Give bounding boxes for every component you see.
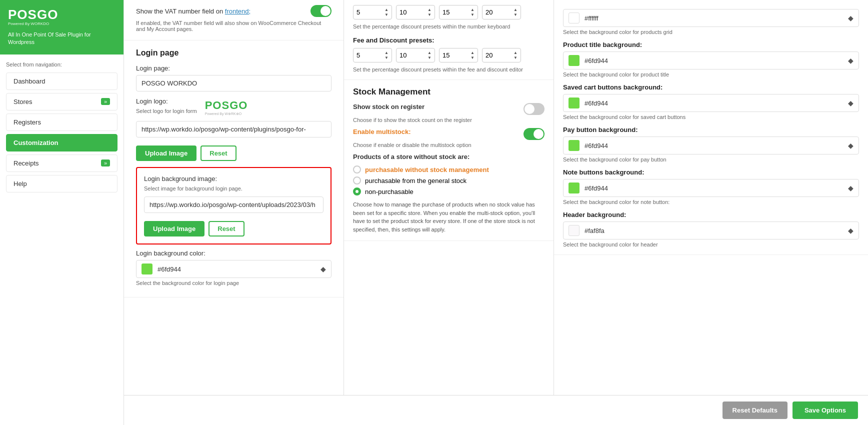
spin-down-4[interactable]: ▼ — [514, 12, 518, 18]
spin-btns-3: ▲ ▼ — [470, 8, 474, 17]
show-stock-row: Show stock on register — [353, 103, 544, 115]
fee-input-4[interactable]: 20 ▲ ▼ — [482, 48, 521, 62]
sidebar-nav: Select from navigation: Dashboard Stores… — [0, 54, 124, 202]
fee-sublabel: Set the percentage discount presets with… — [353, 66, 544, 72]
note-btn-bg-row[interactable]: #6fd944 ◆ — [563, 179, 859, 197]
note-btn-value: #6fd944 — [584, 184, 848, 192]
preset-input-3[interactable]: 15 ▲ ▼ — [439, 5, 478, 20]
arrow-icon: » — [101, 98, 110, 105]
sidebar-item-registers[interactable]: Registers — [6, 114, 118, 131]
product-title-bg-row[interactable]: #6fd944 ◆ — [563, 52, 859, 70]
save-options-button[interactable]: Save Options — [792, 402, 858, 419]
logo-url-input[interactable] — [136, 121, 332, 138]
radio-circle-1 — [353, 166, 361, 174]
product-title-swatch — [568, 55, 580, 66]
upload-image-button-1[interactable]: Upload Image — [136, 146, 196, 161]
sidebar-item-customization[interactable]: Customization — [6, 134, 118, 152]
multistock-toggle[interactable] — [524, 128, 544, 140]
fee-spin-up-3[interactable]: ▲ — [470, 50, 474, 56]
vat-toggle[interactable] — [310, 5, 332, 17]
spin-down-2[interactable]: ▼ — [428, 12, 432, 18]
header-bg-label: Header background: — [563, 211, 859, 218]
fee-spin-up-1[interactable]: ▲ — [384, 50, 388, 56]
header-bg-swatch — [568, 225, 580, 236]
note-btn-picker-icon[interactable]: ◆ — [848, 184, 854, 192]
radio-purchasable-no-mgmt[interactable]: purchasable without stock management — [353, 166, 544, 174]
saved-cart-value: #6fd944 — [584, 100, 848, 107]
sidebar-item-dashboard[interactable]: Dashboard — [6, 72, 118, 90]
header-bg-row[interactable]: #faf8fa ◆ — [563, 222, 859, 240]
saved-cart-bg-row[interactable]: #6fd944 ◆ — [563, 94, 859, 112]
bg-image-url-input[interactable] — [144, 196, 324, 213]
sidebar-item-stores[interactable]: Stores » — [6, 93, 118, 110]
vat-text: Show the VAT number field on frontend; — [136, 8, 250, 15]
grid-bg-section: #ffffff ◆ Select the background color fo… — [563, 9, 859, 35]
spin-btns-1: ▲ ▼ — [384, 8, 388, 17]
preview-posgo: POSGO — [205, 99, 248, 112]
product-title-sub: Select the background color for product … — [563, 72, 859, 78]
radio-circle-2 — [353, 176, 361, 184]
show-stock-toggle[interactable] — [524, 103, 544, 115]
fee-spin-down-2[interactable]: ▼ — [428, 56, 432, 60]
pay-btn-picker-icon[interactable]: ◆ — [848, 142, 854, 150]
header-bg-sub: Select the background color for header — [563, 242, 859, 248]
sidebar-item-receipts[interactable]: Receipts » — [6, 154, 118, 172]
fee-presets: Fee and Discount presets: 5 ▲ ▼ 10 ▲ ▼ — [353, 36, 544, 72]
fee-spin-up-2[interactable]: ▲ — [428, 50, 432, 56]
product-title-bg-label: Product title background: — [563, 41, 859, 48]
spin-down-1[interactable]: ▼ — [384, 12, 388, 18]
bg-image-sublabel: Select image for background login page. — [144, 186, 324, 192]
spin-down-3[interactable]: ▼ — [470, 12, 474, 18]
radio-group: purchasable without stock management pur… — [353, 166, 544, 196]
spin-up-2[interactable]: ▲ — [428, 8, 432, 12]
spin-up-1[interactable]: ▲ — [384, 8, 388, 12]
preset-input-4[interactable]: 20 ▲ ▼ — [482, 5, 521, 20]
fee-spin-down-1[interactable]: ▼ — [384, 56, 388, 60]
preview-workdo: Powered By W⊕RK⊕O — [205, 112, 242, 116]
bg-color-section: Login background color: #6fd944 ◆ Select… — [136, 250, 332, 286]
fee-spin-down-4[interactable]: ▼ — [514, 56, 518, 60]
upload-image-button-2[interactable]: Upload Image — [144, 221, 204, 236]
spin-up-3[interactable]: ▲ — [470, 8, 474, 12]
reset-button-1[interactable]: Reset — [200, 146, 236, 161]
color-picker-icon[interactable]: ◆ — [320, 265, 326, 273]
preset-row-1: 5 ▲ ▼ 10 ▲ ▼ 15 ▲ — [353, 5, 544, 20]
login-page-input[interactable] — [136, 75, 332, 92]
fee-spin-up-4[interactable]: ▲ — [514, 50, 518, 56]
preset-val-1: 5 — [356, 8, 384, 16]
pay-btn-bg-section: Pay button background: #6fd944 ◆ Select … — [563, 126, 859, 162]
saved-cart-picker-icon[interactable]: ◆ — [848, 99, 854, 107]
saved-cart-sub: Select the background color for saved ca… — [563, 114, 859, 120]
preset-input-2[interactable]: 10 ▲ ▼ — [396, 5, 435, 20]
bg-color-row[interactable]: #6fd944 ◆ — [136, 260, 332, 278]
fee-input-3[interactable]: 15 ▲ ▼ — [439, 48, 478, 62]
grid-color-picker-icon[interactable]: ◆ — [848, 14, 854, 22]
show-stock-label: Show stock on register — [353, 103, 424, 110]
logo-tagline: All In One Point Of Sale Plugin for Word… — [8, 31, 116, 46]
product-title-picker-icon[interactable]: ◆ — [848, 56, 854, 64]
reset-defaults-button[interactable]: Reset Defaults — [722, 402, 788, 419]
preset-input-1[interactable]: 5 ▲ ▼ — [353, 5, 392, 20]
reset-button-2[interactable]: Reset — [208, 221, 244, 236]
header-bg-picker-icon[interactable]: ◆ — [848, 226, 854, 234]
sidebar-item-help[interactable]: Help — [6, 175, 118, 192]
pay-btn-bg-row[interactable]: #6fd944 ◆ — [563, 136, 859, 154]
vat-link[interactable]: frontend; — [225, 8, 250, 15]
nav-label: Select from navigation: — [6, 62, 118, 68]
right-center-panel: 5 ▲ ▼ 10 ▲ ▼ 15 ▲ — [344, 0, 554, 425]
fee-input-2[interactable]: 10 ▲ ▼ — [396, 48, 435, 62]
far-right-panel: #ffffff ◆ Select the background color fo… — [554, 0, 868, 425]
radio-purchasable-general[interactable]: purchasable from the general stock — [353, 176, 544, 184]
products-label: Products of a store without stock are: — [353, 153, 544, 160]
grid-bg-value: #ffffff — [584, 14, 848, 22]
login-page-label: Login page: — [136, 64, 332, 72]
logo-workdo: Powered By WORKDO — [8, 22, 49, 26]
radio-non-purchasable[interactable]: non-purchasable — [353, 188, 544, 196]
stock-description: Choose how to manage the purchase of pro… — [353, 200, 544, 234]
fee-spin-down-3[interactable]: ▼ — [470, 56, 474, 60]
fee-input-1[interactable]: 5 ▲ ▼ — [353, 48, 392, 62]
spin-up-4[interactable]: ▲ — [514, 8, 518, 12]
grid-bg-color-row[interactable]: #ffffff ◆ — [563, 9, 859, 27]
note-btn-sub: Select the background color for note but… — [563, 199, 859, 205]
saved-cart-bg-label: Saved cart buttons background: — [563, 84, 859, 91]
